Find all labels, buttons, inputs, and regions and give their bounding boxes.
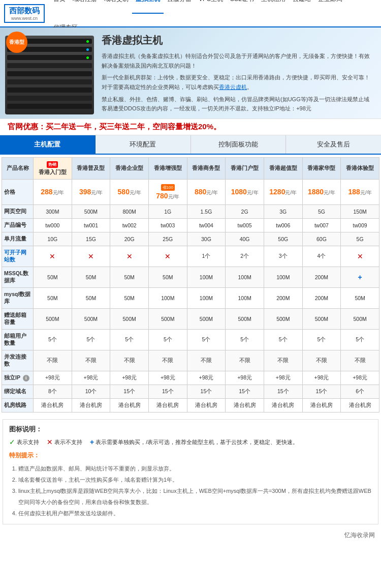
nav-sitebuilder[interactable]: 云建站 [289, 0, 314, 14]
logo[interactable]: 西部数码 www.west.cn [4, 4, 45, 23]
promo-text: 官网优惠：买二年送一年，买三年送二年，空间容量增送20%。 [8, 122, 221, 131]
legend-check: ✓ 表示支持 [9, 438, 39, 446]
col-product-name: 产品名称 [2, 158, 34, 180]
price-table: 产品名称 热销 香港入门型 香港普及型 香港企业型 香港增强型 香港商务型 香港… [2, 157, 379, 413]
notice-item-2: 域名套餐仅送首年，主机一次性购买多年，域名套赠计算为1年。 [18, 474, 372, 485]
row-mail-users: 邮箱用户数量 5个 5个 5个 5个 5个 5个 5个 5个 5个 [2, 330, 379, 350]
notices-section: 特别提示： 赠送产品如数据库、邮局、网站统计等不重要的，则显示放弃。 域名套餐仅… [9, 451, 372, 519]
row-traffic: 单月流量 10G 15G 20G 25G 30G 40G 50G 60G 5G [2, 232, 379, 246]
row-datacenter: 机房线路 港台机房 港台机房 港台机房 港台机房 港台机房 港台机房 港台机房 … [2, 399, 379, 413]
nav-vps[interactable]: VPS主机 [195, 0, 227, 14]
hero-title: 香港虚拟主机 [102, 34, 375, 47]
nav-mail[interactable]: 企业邮局 [314, 0, 346, 14]
notice-item-4: 任何虚拟主机用户都严禁发送垃圾邮件。 [18, 508, 372, 519]
notices-list: 赠送产品如数据库、邮局、网站统计等不重要的，则显示放弃。 域名套餐仅送首年，主机… [9, 463, 372, 519]
hero-image-area: 香港型 [0, 27, 99, 119]
price-entry: 288元/年 [34, 180, 72, 205]
col-hk-business: 香港商务型 [187, 158, 226, 180]
hero-desc1: 香港虚拟主机（免备案虚拟主机）特别适合外贸公司及急于开通网站的客户使用，无须备案… [102, 51, 375, 70]
cross-symbol: ✕ [47, 438, 53, 446]
nav-vhost[interactable]: 虚拟主机 [132, 0, 164, 14]
cross-desc: 表示不支持 [54, 438, 82, 446]
price-luxury: 1880元/年 [302, 180, 341, 205]
sale-tag: 省100 [161, 184, 175, 191]
row-webspace: 网页空间 300M 500M 800M 1G 1.5G 2G 3G 5G 150… [2, 205, 379, 219]
row-independent-ip: 独立IP i +98元 +98元 +98元 +98元 +98元 +98元 +98… [2, 371, 379, 385]
tab-security[interactable]: 安全及售后 [286, 135, 381, 154]
col-hk-enterprise: 香港企业型 [110, 158, 149, 180]
row-price: 价格 288元/年 398元/年 580元/年 省100 780元/年 880元… [2, 180, 379, 205]
price-trial: 188元/年 [341, 180, 379, 205]
row-subsites: 可开子网站数 ✕ ✕ ✕ ✕ 1个 2个 3个 4个 ✕ [2, 246, 379, 267]
footer-logo-text: 忆海收录网 [344, 532, 375, 539]
legend-title: 图标说明： [9, 425, 372, 434]
nav-rent[interactable]: 主机租用 [258, 0, 289, 14]
plus-symbol: + [90, 438, 94, 446]
plus-desc: 表示需要单独购买，/表示可选，推荐全能型主机，基于云技术，更稳定、更快速。 [96, 438, 298, 446]
legend-cross: ✕ 表示不支持 [47, 438, 82, 446]
col-hk-luxury: 香港家华型 [302, 158, 341, 180]
hero-desc3: 禁止私服、外挂、色情、赌博、诈骗、刷站、钓鱼网站，仿冒品牌类网站(如UGG等)等… [102, 95, 375, 113]
subsites-link[interactable]: 可开子网站数 [4, 249, 26, 262]
header: 西部数码 www.west.cn 首页 域名注册 域名交易 虚拟主机 云服务器 … [0, 0, 381, 27]
legend-section: 图标说明： ✓ 表示支持 ✕ 表示不支持 + 表示需要单独购买，/表示可选，推荐… [3, 419, 378, 524]
logo-title: 西部数码 [9, 6, 40, 16]
check-desc: 表示支持 [17, 438, 39, 446]
legend-items: ✓ 表示支持 ✕ 表示不支持 + 表示需要单独购买，/表示可选，推荐全能型主机，… [9, 438, 372, 446]
notices-title: 特别提示： [9, 451, 372, 460]
tab-bar: 主机配置 环境配置 控制面板功能 安全及售后 [0, 135, 381, 155]
nav-cloud[interactable]: 云服务器 [164, 0, 195, 14]
tab-env-config[interactable]: 环境配置 [96, 135, 191, 154]
hero-desc2: 新一代全新机房群架：上传快，数据更安全、更稳定；出口采用香港路由，方便快捷，即买… [102, 73, 375, 92]
logo-sub: www.west.cn [11, 16, 38, 21]
notice-item-1: 赠送产品如数据库、邮局、网站统计等不重要的，则显示放弃。 [18, 463, 372, 474]
price-business: 880元/年 [187, 180, 226, 205]
check-symbol: ✓ [9, 438, 15, 446]
cloud-vhost-link[interactable]: 香港云虚机 [219, 84, 247, 90]
col-hk-enhanced: 香港增强型 [148, 158, 187, 180]
price-enterprise: 580元/年 [110, 180, 149, 205]
col-hk-popular: 香港普及型 [72, 158, 110, 180]
footer-logo-area: 忆海收录网 [0, 528, 381, 544]
col-hk-trial: 香港体验型 [341, 158, 379, 180]
price-portal: 1080元/年 [226, 180, 264, 205]
label-price: 价格 [2, 180, 34, 205]
legend-plus: + 表示需要单独购买，/表示可选，推荐全能型主机，基于云技术，更稳定、更快速。 [90, 438, 298, 446]
table-section: 产品名称 热销 香港入门型 香港普及型 香港企业型 香港增强型 香港商务型 香港… [0, 155, 381, 415]
col-hk-entry: 热销 香港入门型 [34, 158, 72, 180]
nav-domain-reg[interactable]: 域名注册 [69, 0, 101, 14]
row-product-code: 产品编号 tw000 tw001 tw002 tw003 tw004 tw005… [2, 219, 379, 232]
price-enhanced: 省100 780元/年 [148, 180, 187, 205]
nav-ssl[interactable]: SSL证书 [227, 0, 258, 14]
tab-host-config[interactable]: 主机配置 [0, 135, 96, 154]
hot-tag: 热销 [47, 161, 58, 168]
nav-domain-trade[interactable]: 域名交易 [101, 0, 132, 14]
tab-panel-function[interactable]: 控制面板功能 [191, 135, 287, 154]
hero-section: 香港型 香港虚拟主机 香港虚拟主机（免备案虚拟主机）特别适合外贸公司及急于开通网… [0, 27, 381, 119]
info-icon[interactable]: i [23, 375, 29, 381]
price-popular: 398元/年 [72, 180, 110, 205]
row-domains: 绑定域名 8个 10个 15个 15个 15个 15个 15个 15个 6个 [2, 385, 379, 399]
row-mysql: mysql数据库 50M 50M 50M 100M 100M 100M 200M… [2, 288, 379, 309]
badge-hk: 香港型 [6, 32, 27, 53]
notice-item-3: linux主机上mysql数据库是跟随WEB空间共享大小，比如：Linux主机上… [18, 485, 372, 508]
hero-content: 香港虚拟主机 香港虚拟主机（免备案虚拟主机）特别适合外贸公司及急于开通网站的客户… [99, 27, 381, 119]
row-mail-space: 赠送邮箱容量 500M 500M 500M 500M 500M 500M 500… [2, 309, 379, 330]
nav-home[interactable]: 首页 [50, 0, 69, 14]
price-value: 1280元/年 [264, 180, 302, 205]
promo-bar: 官网优惠：买二年送一年，买三年送二年，空间容量增送20%。 [0, 119, 381, 135]
row-mssql: MSSQL数据库 50M 50M 50M 50M 100M 100M 100M … [2, 267, 379, 288]
col-hk-portal: 香港门户型 [226, 158, 264, 180]
col-hk-value: 香港超值型 [264, 158, 302, 180]
row-concurrent: 并发连接数 不限 不限 不限 不限 不限 不限 不限 不限 不限 [2, 350, 379, 371]
